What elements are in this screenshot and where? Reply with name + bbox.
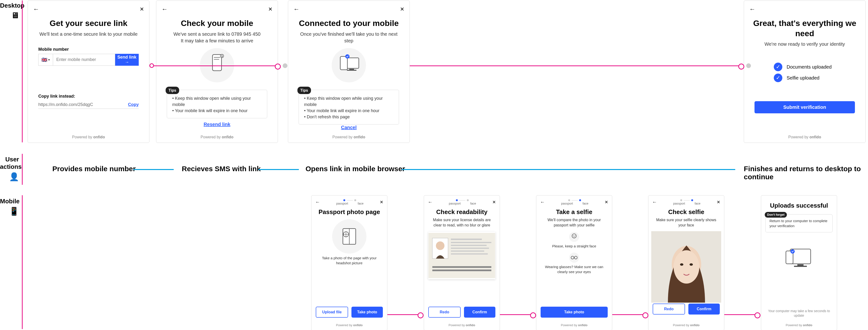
svg-point-20 xyxy=(436,241,444,250)
link-url: https://m.onfido.com/25dqgC xyxy=(38,102,128,107)
checklist-item: ✓Documents uploaded xyxy=(774,63,836,71)
close-icon[interactable]: ✕ xyxy=(492,200,496,205)
close-icon[interactable]: ✕ xyxy=(604,200,608,205)
upload-file-button[interactable]: Upload file xyxy=(316,307,348,318)
svg-point-42 xyxy=(689,263,693,266)
svg-rect-25 xyxy=(451,250,484,252)
back-icon[interactable]: ← xyxy=(293,5,300,13)
country-selector[interactable]: 🇬🇧 ▾ xyxy=(38,54,53,66)
back-icon[interactable]: ← xyxy=(540,199,545,205)
flow-origin-dot xyxy=(149,63,154,68)
check-icon: ✓ xyxy=(774,63,782,71)
screen-title: Check selfie xyxy=(654,208,718,216)
screen-subtitle: We'll text a one-time secure link to you… xyxy=(38,31,139,37)
close-icon[interactable]: ✕ xyxy=(268,6,273,12)
confirm-button[interactable]: Confirm xyxy=(464,307,495,318)
svg-point-47 xyxy=(790,249,795,253)
powered-by: Powered by onfido xyxy=(311,321,387,330)
actions-vline xyxy=(22,154,23,185)
close-icon[interactable]: ✕ xyxy=(400,6,404,12)
desktop-row-label: Desktop🖥 xyxy=(0,2,19,20)
svg-point-40 xyxy=(674,250,699,283)
action-label: Recieves SMS with link xyxy=(182,165,261,173)
powered-by: Powered by onfido xyxy=(648,321,724,330)
screen-subtitle: Make sure your selfie clearly shows your… xyxy=(654,217,718,228)
svg-rect-1 xyxy=(213,55,221,71)
resend-link[interactable]: Resend link xyxy=(156,122,278,128)
flow-connector xyxy=(612,314,648,315)
tips-tag: Tips xyxy=(165,87,179,94)
tip-item: • Keep this window open while using your… xyxy=(304,95,394,108)
svg-rect-26 xyxy=(451,253,488,254)
powered-by: Powered by onfido xyxy=(156,132,278,143)
glasses-icon xyxy=(536,251,612,264)
desktop-screen-connected: ←✕ Connected to your mobile Once you've … xyxy=(288,0,410,143)
svg-point-11 xyxy=(345,54,349,59)
svg-rect-23 xyxy=(451,245,487,246)
cancel-link[interactable]: Cancel xyxy=(288,125,409,132)
mobile-number-input[interactable] xyxy=(53,54,115,66)
flow-connector xyxy=(149,65,280,66)
take-photo-button[interactable]: Take photo xyxy=(540,307,608,318)
close-icon[interactable]: ✕ xyxy=(380,200,383,205)
update-note: Your computer may take a few seconds to … xyxy=(767,309,831,318)
desktop-screen-check-mobile: ←✕ Check your mobile We've sent a secure… xyxy=(156,0,278,143)
screen-subtitle: We'll compare the photo in your passport… xyxy=(542,217,606,228)
action-connector xyxy=(258,169,299,170)
svg-rect-45 xyxy=(794,266,807,267)
close-icon[interactable]: ✕ xyxy=(717,200,720,205)
back-icon[interactable]: ← xyxy=(315,199,320,205)
take-photo-button[interactable]: Take photo xyxy=(351,307,383,318)
desktop-vline xyxy=(22,0,23,142)
screen-title: Passport photo page xyxy=(317,208,381,216)
action-connector xyxy=(133,169,174,170)
flow-connector xyxy=(410,65,744,66)
redo-button[interactable]: Redo xyxy=(428,307,461,318)
svg-rect-21 xyxy=(451,239,482,240)
svg-rect-24 xyxy=(451,248,489,249)
tips-panel: Tips • Keep this window open while using… xyxy=(167,90,267,118)
back-icon[interactable]: ← xyxy=(161,5,168,13)
tips-panel: Tips • Keep this window open while using… xyxy=(299,90,399,124)
screen-title: Great, that's everything we need xyxy=(753,18,857,38)
svg-point-31 xyxy=(573,236,574,236)
powered-by: Powered by onfido xyxy=(288,132,409,143)
screen-subtitle: Once you've finished we'll take you to t… xyxy=(298,31,400,44)
back-icon[interactable]: ← xyxy=(33,5,39,13)
confirm-button[interactable]: Confirm xyxy=(688,304,720,314)
tips-tag: Tips xyxy=(298,87,311,94)
mobile-screen-take-selfie: ← passportface ✕ Take a selfie We'll com… xyxy=(536,195,612,330)
selfie-preview xyxy=(651,231,721,303)
back-icon[interactable]: ← xyxy=(428,199,433,205)
reminder-panel: Don't forget Return to your computer to … xyxy=(766,214,833,232)
mobile-screen-success: Uploads successful Don't forget Return t… xyxy=(761,195,837,330)
tip-item: • Your mobile link will expire in one ho… xyxy=(172,108,262,114)
step-indicator xyxy=(673,199,700,201)
svg-rect-8 xyxy=(349,69,354,70)
close-icon[interactable]: ✕ xyxy=(140,6,144,12)
copy-button[interactable]: Copy xyxy=(128,102,139,107)
svg-point-32 xyxy=(575,236,576,236)
tip-item: • Don't refresh this page xyxy=(304,114,394,120)
svg-point-41 xyxy=(680,263,683,266)
submit-verification-button[interactable]: Submit verification xyxy=(754,101,855,113)
back-icon[interactable]: ← xyxy=(652,199,657,205)
screen-title: Check readability xyxy=(430,208,494,216)
powered-by: Powered by onfido xyxy=(424,321,500,330)
svg-rect-28 xyxy=(432,270,491,271)
mobile-row-label: Mobile📱 xyxy=(0,198,19,216)
reminder-tag: Don't forget xyxy=(765,212,787,218)
send-link-button[interactable]: Send link → xyxy=(115,54,139,66)
flow-connector xyxy=(724,314,760,315)
screen-subtitle: Make sure your license details are clear… xyxy=(430,217,494,228)
mobile-screen-passport: ← passportface ✕ Passport photo page Tak… xyxy=(311,195,388,330)
user-icon: 👤 xyxy=(0,172,19,181)
svg-rect-22 xyxy=(451,242,491,243)
actions-row-label: Useractions👤 xyxy=(0,156,19,181)
mobile-screen-readability: ← passportface ✕ Check readability Make … xyxy=(424,195,500,330)
back-icon[interactable]: ← xyxy=(749,5,755,13)
hint-text: Please, keep a straight face xyxy=(542,244,606,248)
screen-subtitle: We're now ready to verify your identity xyxy=(754,41,856,48)
redo-button[interactable]: Redo xyxy=(653,304,685,314)
passport-illustration xyxy=(311,217,387,256)
